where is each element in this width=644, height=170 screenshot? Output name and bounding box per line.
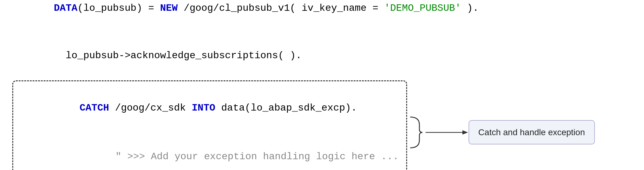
catch-dashed-box: CATCH /goog/cx_sdk INTO data(lo_abap_sdk… [12,80,407,170]
code-section: TRY. DATA(lo_pubsub) = NEW /goog/cl_pubs… [12,0,632,170]
new-keyword: NEW [160,2,178,14]
data-paren-open: (lo_pubsub) = [77,2,160,14]
class-name: /goog/cl_pubsub_v1( iv_key_name = [178,2,384,14]
comment-line: " >>> Add your exception handling logic … [21,133,399,170]
arrow-svg [426,128,469,137]
catch-line: CATCH /goog/cx_sdk INTO data(lo_abap_sdk… [21,84,399,132]
callout-box: Catch and handle exception [469,120,595,144]
svg-marker-1 [462,130,468,135]
bracket-svg [407,114,426,151]
callout-text: Catch and handle exception [478,127,585,137]
comment-text: " >>> Add your exception handling logic … [92,151,399,162]
acknowledge-text: lo_pubsub->acknowledge_subscriptions( ). [54,50,302,61]
catch-class: /goog/cx_sdk [109,102,192,114]
catch-var: data(lo_abap_sdk_excp). [215,102,357,114]
into-keyword: INTO [192,102,215,114]
closing-paren: ). [461,2,479,14]
main-container: TRY. DATA(lo_pubsub) = NEW /goog/cl_pubs… [0,0,644,170]
dashed-box-wrapper: CATCH /goog/cx_sdk INTO data(lo_abap_sdk… [12,80,632,170]
data-line: DATA(lo_pubsub) = NEW /goog/cl_pubsub_v1… [12,0,632,32]
data-keyword: DATA [54,2,77,14]
string-value: 'DEMO_PUBSUB' [384,2,461,14]
catch-keyword: CATCH [80,102,109,114]
acknowledge-line: lo_pubsub->acknowledge_subscriptions( ). [12,32,632,79]
